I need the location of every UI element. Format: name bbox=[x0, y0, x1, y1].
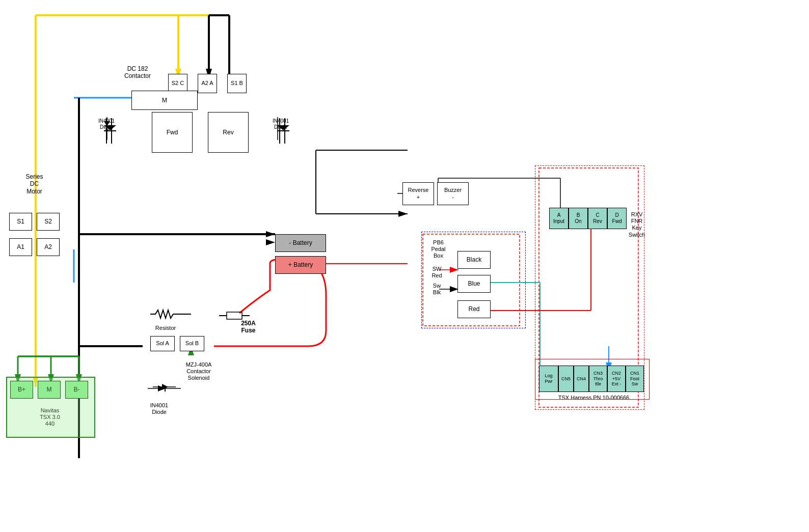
svg-marker-32 bbox=[266, 239, 275, 245]
pb6-dashed-box bbox=[421, 232, 526, 328]
buzzer-minus-box: Buzzer- bbox=[437, 182, 469, 205]
in4001-diode-bot-label: IN4001Diode bbox=[143, 402, 176, 415]
sol-a-box: Sol A bbox=[150, 336, 175, 351]
m-terminal-box: M bbox=[131, 91, 198, 110]
dc-contactor-label: DC 182 Contactor bbox=[117, 65, 158, 80]
s1-box: S1 bbox=[9, 213, 32, 231]
resistor-symbol bbox=[150, 308, 191, 321]
s1-b-box: S1 B bbox=[227, 74, 247, 93]
fwd-box: Fwd bbox=[152, 112, 193, 153]
in4001-diode-bot-symbol bbox=[148, 383, 181, 394]
right-connector-dashed-box bbox=[535, 165, 644, 410]
mzj400a-label: MZJ-400AContactorSolenoid bbox=[173, 361, 224, 382]
wiring-diagram: DC 182 Contactor S2 C A2 A S1 B M Fwd Re… bbox=[0, 0, 809, 532]
battery-neg-box: - Battery bbox=[275, 234, 326, 252]
svg-rect-63 bbox=[227, 312, 242, 319]
resistor-label: Resistor bbox=[150, 325, 181, 331]
a2-a-box: A2 A bbox=[198, 74, 217, 93]
s2-box: S2 bbox=[37, 213, 60, 231]
battery-pos-box: + Battery bbox=[275, 256, 326, 274]
svg-marker-66 bbox=[158, 385, 165, 391]
svg-marker-31 bbox=[398, 211, 408, 217]
svg-marker-15 bbox=[266, 231, 275, 237]
a1-box: A1 bbox=[9, 238, 32, 256]
navitas-box bbox=[6, 377, 95, 438]
sol-b-box: Sol B bbox=[180, 336, 204, 351]
series-dc-motor-label: SeriesDCMotor bbox=[18, 173, 51, 195]
fuse-label: 250AFuse bbox=[232, 320, 265, 334]
rev-box: Rev bbox=[208, 112, 249, 153]
fuse-symbol bbox=[219, 311, 250, 321]
reverse-plus-box: Reverse+ bbox=[402, 182, 434, 205]
a2-box: A2 bbox=[37, 238, 60, 256]
